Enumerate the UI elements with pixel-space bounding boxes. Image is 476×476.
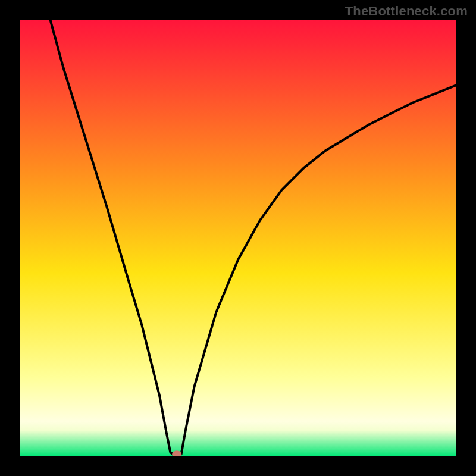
chart-svg — [20, 20, 456, 456]
chart-frame: TheBottleneck.com — [0, 0, 476, 476]
gradient-background — [20, 20, 456, 456]
plot-area — [20, 20, 456, 456]
attribution-text: TheBottleneck.com — [345, 4, 468, 19]
